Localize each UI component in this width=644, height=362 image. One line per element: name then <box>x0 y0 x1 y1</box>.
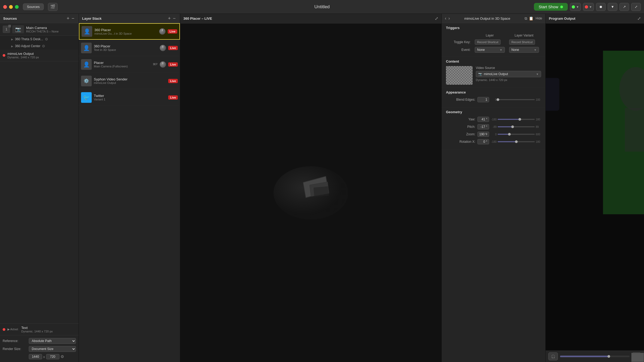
select-arrow-icon-2: ▼ <box>534 48 537 51</box>
event-variant-select[interactable]: None ▼ <box>509 47 539 53</box>
prop-nav-forward[interactable]: › <box>448 16 450 21</box>
yaw-track[interactable] <box>498 119 535 120</box>
text-source-item[interactable]: ▶ Artnet Text Dynamic. 1440 x 720 px <box>0 323 79 335</box>
toggle-key-layer-cell: Record Shortcut <box>473 38 507 46</box>
content-section-header: Content <box>446 59 541 63</box>
reference-select[interactable]: Absolute Path <box>29 338 76 344</box>
layer-sub-syphon: mimoLive Output <box>94 81 166 84</box>
cam-badge-icon <box>8 25 11 27</box>
height-input[interactable] <box>46 354 59 359</box>
rotation-x-thumb[interactable] <box>515 140 518 143</box>
sources-add-button[interactable]: + <box>66 16 71 21</box>
layer-add-button[interactable]: + <box>167 16 172 21</box>
program-volume-thumb[interactable] <box>607 355 610 358</box>
live-badge-360-2: Live <box>168 46 178 50</box>
maximize-button[interactable] <box>15 5 19 9</box>
layer-item-360-placer-1[interactable]: 👤 360 Placer mimoLive Ou...t in 3D Space… <box>79 23 180 40</box>
pitch-track[interactable] <box>498 126 535 127</box>
yaw-thumb[interactable] <box>518 118 521 121</box>
minimize-button[interactable] <box>9 5 13 9</box>
layer-item-twitter[interactable]: 🐦 Twitter Variant 1 Live <box>79 89 180 106</box>
pitch-slider: -89 89 <box>491 125 541 128</box>
video-source-select[interactable]: 📷 mimoLive Output ▼ <box>476 71 541 77</box>
share-button[interactable]: ↗ <box>619 3 629 11</box>
preview-area: 360 Placer – LIVE ⤢ <box>180 14 441 362</box>
prop-nav-paste-icon[interactable]: 📋 <box>529 16 533 21</box>
reference-row: Reference: Absolute Path <box>3 338 76 344</box>
preview-expand-button[interactable]: ⤢ <box>435 16 438 21</box>
pitch-thumb[interactable] <box>511 125 514 128</box>
layer-info-placer: Placer Main Camera (Fullscreen) <box>94 61 151 68</box>
gear-icon-2[interactable]: ⚙ <box>42 44 45 48</box>
layer-info-360-1: 360 Placer mimoLive Ou...t in 3D Space <box>94 28 157 35</box>
layer-remove-button[interactable]: − <box>172 16 177 21</box>
event-layer-select[interactable]: None ▼ <box>475 47 505 53</box>
geometry-section-header: Geometry <box>446 110 541 114</box>
record-shortcut-layer-button[interactable]: Record Shortcut <box>475 39 501 45</box>
sub-item-theta[interactable]: ▶ 360 Theta S Desk... ⚙ <box>0 36 79 43</box>
program-output-panel: Program Output ⤢ Audience 🎧 <box>545 14 644 362</box>
program-mic-button[interactable]: 🎧 <box>548 352 558 360</box>
record-shortcut-variant-button[interactable]: Record Shortcut <box>509 39 535 45</box>
program-expand-button[interactable]: ⤢ <box>637 16 641 21</box>
rotation-x-track[interactable] <box>498 141 535 142</box>
pitch-input[interactable] <box>477 124 489 129</box>
hide-button[interactable]: Hide <box>536 17 542 20</box>
svg-rect-10 <box>625 108 644 152</box>
width-input[interactable] <box>29 354 42 359</box>
program-volume-slider[interactable] <box>560 356 630 357</box>
render-size-select[interactable]: Document Size <box>29 346 76 352</box>
yaw-input[interactable] <box>477 117 489 122</box>
title-bar: Sources 🎬 Untitled Start Show ▼ ▼ ⏺ ▼ ↗ … <box>0 0 644 14</box>
zoom-thumb[interactable] <box>508 133 511 136</box>
live-badge-placer: Live <box>168 62 178 67</box>
rotation-x-fill <box>498 141 516 142</box>
volume-knob-360-2[interactable] <box>160 45 166 51</box>
volume-knob-placer[interactable] <box>160 61 166 68</box>
prop-nav-back[interactable]: ‹ <box>445 16 446 21</box>
source-item-main-camera[interactable]: 1 📷 Main Camera RICOH THETA S – None <box>0 23 79 36</box>
fullscreen-button[interactable]: ⤢ <box>631 3 641 11</box>
volume-knob-360-1[interactable] <box>159 28 166 35</box>
trigger-th-empty <box>446 32 473 38</box>
film-icon[interactable]: 🎬 <box>48 3 58 11</box>
sub-item-adjust[interactable]: ▶ 360 Adjust Center ⚙ <box>0 43 79 50</box>
preview-title: 360 Placer – LIVE <box>183 17 212 21</box>
layer-item-placer[interactable]: 👤 Placer Main Camera (Fullscreen) ⌘P Liv… <box>79 56 180 73</box>
select-arrow-icon: ▼ <box>500 48 502 51</box>
source-item-milive[interactable]: mimoLive Output Dynamic. 1440 x 720 px <box>0 50 79 61</box>
size-inputs: x ⚙ <box>29 354 64 359</box>
red-indicator-icon <box>3 54 5 57</box>
main-layout: Sources + − 1 📷 Main Camera RICOH THETA … <box>0 14 644 362</box>
blend-min: 0 <box>491 98 497 101</box>
close-button[interactable] <box>3 5 7 9</box>
layer-thumb-placer: 👤 <box>81 59 92 70</box>
layer-item-360-placer-2[interactable]: 👤 360 Placer Text in 3D Space Live <box>79 40 180 56</box>
layer-item-syphon[interactable]: ⚙️ Syphon Video Sender mimoLive Output L… <box>79 73 180 89</box>
blend-edges-slider: 0 100 <box>491 98 541 101</box>
source-info: Main Camera RICOH THETA S – None <box>26 26 76 33</box>
blend-track[interactable] <box>498 99 535 100</box>
sources-remove-button[interactable]: − <box>70 16 75 21</box>
rotation-x-input[interactable] <box>477 139 489 144</box>
start-show-button[interactable]: Start Show <box>534 3 568 11</box>
sources-button[interactable]: Sources <box>23 3 44 10</box>
settings-button[interactable]: ▼ <box>608 3 617 11</box>
zoom-min: 0 <box>491 133 497 136</box>
size-gear-button[interactable]: ⚙ <box>61 354 64 359</box>
red-indicator-button[interactable]: ▼ <box>583 3 594 11</box>
dropdown-arrow: ▼ <box>576 5 579 9</box>
prop-nav-copy-icon[interactable]: ⧉ <box>525 16 527 21</box>
zoom-row: Zoom: 0 600 <box>446 132 541 137</box>
toggle-key-variant-cell: Record Shortcut <box>507 38 541 46</box>
blend-thumb[interactable] <box>497 98 499 101</box>
zoom-track[interactable] <box>498 134 535 135</box>
blend-edges-input[interactable] <box>477 97 489 102</box>
layer-shortcut-placer: ⌘P <box>153 63 158 66</box>
zoom-input[interactable] <box>477 132 489 137</box>
title-bar-right: Start Show ▼ ▼ ⏺ ▼ ↗ ⤢ <box>534 3 641 11</box>
green-indicator-button[interactable]: ▼ <box>570 3 581 11</box>
gear-icon[interactable]: ⚙ <box>45 37 48 41</box>
record-button[interactable]: ⏺ <box>596 3 606 11</box>
layer-info-360-2: 360 Placer Text in 3D Space <box>94 44 158 51</box>
